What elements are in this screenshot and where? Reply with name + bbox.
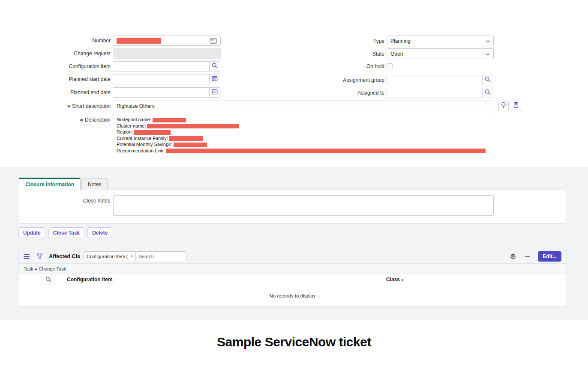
knowledge-icon [513, 102, 519, 110]
list-breadcrumb[interactable]: Task = Change Task [18, 264, 567, 274]
short-description-label: ✱Short description [0, 103, 111, 109]
state-select[interactable]: Open [387, 48, 494, 59]
planned-start-date-label: Planned start date [0, 76, 111, 82]
planned-end-date-input[interactable] [113, 87, 210, 98]
on-hold-checkbox[interactable] [387, 63, 393, 69]
short-description-input[interactable] [113, 101, 494, 111]
form-action-buttons: Update Close Task Delete [18, 227, 112, 238]
caret-down-icon: ▾ [131, 254, 133, 258]
number-redacted-value [117, 38, 161, 44]
planned-start-date-calendar-button[interactable] [209, 74, 220, 84]
chevron-down-icon [486, 51, 490, 57]
configuration-item-label: Configuration item [0, 63, 111, 69]
closure-information-panel: Close notes [18, 190, 567, 223]
required-icon: ✱ [80, 118, 84, 122]
tab-closure-information[interactable]: Closure Information [19, 178, 81, 190]
close-task-button[interactable]: Close Task [48, 227, 84, 238]
assignment-group-input[interactable] [387, 75, 483, 85]
search-icon [485, 76, 491, 84]
redacted-value [169, 136, 203, 141]
list-menu-icon[interactable] [24, 254, 30, 259]
description-line: Cluster name: [117, 123, 490, 129]
list-header-row: Configuration Item Class▾ [18, 274, 567, 285]
close-notes-label: Close notes [18, 195, 110, 204]
search-icon [485, 89, 491, 97]
description-line: Potential Monthly Savings: [117, 141, 490, 148]
redacted-value [166, 149, 486, 153]
suggestion-button[interactable] [498, 101, 509, 111]
chevron-down-icon [486, 38, 490, 44]
list-search-input[interactable] [136, 251, 186, 261]
required-icon: ✱ [67, 104, 71, 109]
column-header-configuration-item[interactable]: Configuration Item [67, 277, 113, 283]
affected-cis-list: Affected CIs Configuration Item ( ▾ Edit… [18, 249, 567, 307]
search-field-selector[interactable]: Configuration Item ( ▾ [84, 251, 136, 261]
empty-list-message: No records to display [18, 285, 567, 307]
configuration-item-input[interactable] [113, 61, 210, 71]
redacted-value [134, 130, 171, 135]
planned-start-date-input[interactable] [113, 74, 210, 84]
search-icon [212, 63, 218, 70]
description-line: Recommendation Link: [117, 148, 490, 154]
calendar-icon [212, 89, 218, 96]
on-hold-label: On hold [276, 63, 384, 69]
configuration-item-lookup-button[interactable] [209, 61, 220, 71]
edit-button[interactable]: Edit... [538, 251, 561, 262]
description-textarea[interactable]: Nodepool name:Cluster name:Region:Curren… [113, 114, 494, 159]
description-label: ✱Description [0, 114, 111, 123]
assigned-to-label: Assigned to [276, 90, 384, 96]
affected-cis-toolbar: Affected CIs Configuration Item ( ▾ Edit… [18, 249, 567, 264]
planned-end-date-calendar-button[interactable] [209, 87, 220, 98]
assigned-to-lookup-button[interactable] [482, 88, 493, 98]
knowledge-button[interactable] [511, 101, 521, 111]
image-caption: Sample ServiceNow ticket [0, 335, 588, 349]
redacted-value [153, 118, 186, 122]
description-line: Region: [117, 129, 490, 135]
affected-cis-title: Affected CIs [49, 253, 80, 259]
state-label: State [276, 51, 384, 57]
calendar-icon [212, 75, 218, 83]
gear-icon[interactable] [510, 253, 516, 260]
assignment-group-lookup-button[interactable] [482, 75, 493, 85]
delete-button[interactable]: Delete [87, 227, 112, 238]
tab-notes[interactable]: Notes [81, 178, 108, 190]
close-notes-textarea[interactable] [113, 195, 494, 216]
redacted-value [147, 124, 239, 128]
change-request-label: Change request [0, 51, 111, 57]
state-value: Open [390, 51, 403, 57]
type-select[interactable]: Planning [387, 36, 494, 46]
assigned-to-input[interactable] [387, 88, 483, 98]
type-value: Planning [390, 38, 411, 44]
description-line: Nodepool name: [117, 116, 490, 123]
redacted-value [174, 143, 207, 147]
number-label: Number [0, 38, 111, 44]
tab-strip: Closure Information Notes [19, 178, 108, 190]
reference-card-icon [210, 38, 217, 44]
update-button[interactable]: Update [18, 227, 45, 238]
planned-end-date-label: Planned end date [0, 89, 111, 95]
page: Number Change request Configuration item [0, 0, 588, 381]
number-input[interactable] [113, 36, 221, 46]
change-request-field [113, 48, 221, 59]
filter-icon[interactable] [36, 253, 43, 259]
list-header-search-icon[interactable] [45, 277, 51, 282]
description-line: Current Instance Family: [117, 135, 490, 142]
collapse-icon[interactable] [525, 256, 530, 257]
change-task-form: Number Change request Configuration item [0, 0, 588, 167]
assignment-group-label: Assignment group [276, 77, 384, 83]
lightbulb-icon [501, 102, 507, 110]
column-header-class[interactable]: Class▾ [386, 277, 403, 283]
type-label: Type [276, 38, 384, 44]
caret-down-icon: ▾ [402, 278, 403, 282]
